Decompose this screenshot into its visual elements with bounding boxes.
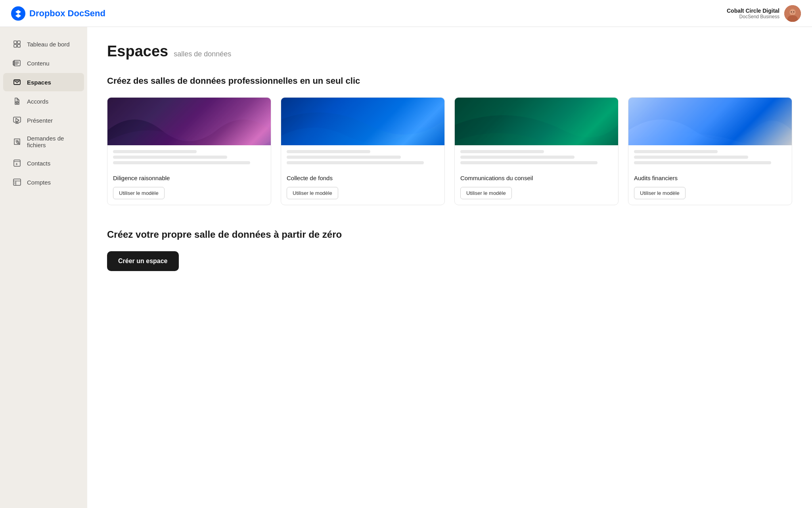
card-footer: Utiliser le modèle <box>628 184 792 205</box>
sidebar-item-espaces[interactable]: Espaces <box>3 73 84 91</box>
card-line <box>287 150 370 153</box>
sidebar-item-presenter[interactable]: Présenter <box>3 111 84 129</box>
sidebar-item-label: Comptes <box>27 179 51 186</box>
card-line <box>287 161 424 164</box>
logo-area: Dropbox DocSend <box>11 6 105 21</box>
sidebar-item-label: Accords <box>27 98 48 105</box>
template-name: Diligence raisonnable <box>107 169 271 184</box>
sidebar-item-tableau[interactable]: Tableau de bord <box>3 35 84 53</box>
card-line <box>634 156 748 159</box>
accords-icon <box>13 97 21 106</box>
svg-rect-9 <box>14 44 17 47</box>
avatar-image <box>784 5 801 22</box>
sidebar-item-label: Présenter <box>27 117 53 124</box>
svg-marker-19 <box>16 118 19 122</box>
card-image-fonds <box>281 98 444 145</box>
card-image-conseil <box>455 98 618 145</box>
card-content-lines <box>455 145 618 169</box>
card-line <box>460 161 598 164</box>
svg-point-4 <box>790 10 795 15</box>
card-content-lines <box>628 145 792 169</box>
card-content-lines <box>107 145 271 169</box>
template-card-fonds[interactable]: Collecte de fonds Utiliser le modèle <box>281 97 445 205</box>
template-card-conseil[interactable]: Communications du conseil Utiliser le mo… <box>454 97 619 205</box>
dashboard-icon <box>13 40 21 48</box>
card-image-diligence <box>107 98 271 145</box>
page-title: Espaces <box>107 43 168 60</box>
sidebar-item-label: Espaces <box>27 79 51 86</box>
templates-grid: Diligence raisonnable Utiliser le modèle <box>107 97 792 205</box>
present-icon <box>13 116 21 125</box>
app-header: Dropbox DocSend Cobalt Circle Digital Do… <box>0 0 812 27</box>
sidebar-item-contenu[interactable]: Contenu <box>3 54 84 72</box>
use-template-button-conseil[interactable]: Utiliser le modèle <box>460 187 512 199</box>
user-info: Cobalt Circle Digital DocSend Business <box>727 8 779 19</box>
logo-text: Dropbox DocSend <box>29 8 105 19</box>
dropbox-logo-icon <box>11 6 25 21</box>
svg-point-23 <box>17 142 19 144</box>
section2-title: Créez votre propre salle de données à pa… <box>107 229 792 240</box>
svg-rect-16 <box>14 80 20 85</box>
svg-rect-8 <box>17 41 20 44</box>
card-footer: Utiliser le modèle <box>107 184 271 205</box>
template-name: Communications du conseil <box>455 169 618 184</box>
card-line <box>113 150 197 153</box>
use-template-button-diligence[interactable]: Utiliser le modèle <box>113 187 165 199</box>
use-template-button-fonds[interactable]: Utiliser le modèle <box>287 187 338 199</box>
main-layout: Tableau de bord Contenu <box>0 27 812 508</box>
page-header: Espaces salles de données <box>107 43 792 60</box>
avatar[interactable] <box>784 5 801 22</box>
card-image-audits <box>628 98 792 145</box>
bottom-section: Créez votre propre salle de données à pa… <box>107 229 792 271</box>
spaces-icon <box>13 78 21 87</box>
sidebar-item-label: Demandes de fichiers <box>27 135 75 148</box>
svg-text:8: 8 <box>16 163 17 165</box>
sidebar-item-demandes[interactable]: Demandes de fichiers <box>3 130 84 153</box>
svg-rect-10 <box>17 44 20 47</box>
card-line <box>634 150 718 153</box>
card-line <box>460 156 575 159</box>
template-name: Audits financiers <box>628 169 792 184</box>
sidebar-item-label: Tableau de bord <box>27 41 70 48</box>
card-footer: Utiliser le modèle <box>281 184 444 205</box>
user-plan: DocSend Business <box>727 14 779 19</box>
user-name: Cobalt Circle Digital <box>727 8 779 14</box>
user-area: Cobalt Circle Digital DocSend Business <box>727 5 801 22</box>
template-name: Collecte de fonds <box>281 169 444 184</box>
card-content-lines <box>281 145 444 169</box>
main-content: Espaces salles de données Créez des sall… <box>87 27 812 508</box>
use-template-button-audits[interactable]: Utiliser le modèle <box>634 187 686 199</box>
card-line <box>113 161 250 164</box>
card-line <box>287 156 401 159</box>
contacts-icon: 8 <box>13 159 21 167</box>
accounts-icon <box>13 178 21 187</box>
sidebar-item-comptes[interactable]: Comptes <box>3 173 84 191</box>
card-line <box>113 156 227 159</box>
card-line <box>460 150 544 153</box>
content-icon <box>13 59 21 67</box>
create-espace-button[interactable]: Créer un espace <box>107 251 179 271</box>
sidebar-item-contacts[interactable]: 8 Contacts <box>3 154 84 172</box>
card-line <box>634 161 771 164</box>
svg-rect-7 <box>14 41 17 44</box>
section1-title: Créez des salles de données professionne… <box>107 76 792 86</box>
card-footer: Utiliser le modèle <box>455 184 618 205</box>
template-card-audits[interactable]: Audits financiers Utiliser le modèle <box>628 97 792 205</box>
template-card-diligence[interactable]: Diligence raisonnable Utiliser le modèle <box>107 97 271 205</box>
files-icon <box>13 137 21 146</box>
svg-point-6 <box>793 11 795 12</box>
sidebar: Tableau de bord Contenu <box>0 27 87 508</box>
sidebar-item-label: Contacts <box>27 160 50 167</box>
sidebar-item-accords[interactable]: Accords <box>3 92 84 110</box>
page-subtitle: salles de données <box>174 50 231 58</box>
svg-rect-27 <box>13 179 21 185</box>
sidebar-item-label: Contenu <box>27 60 50 67</box>
svg-point-5 <box>791 11 792 12</box>
